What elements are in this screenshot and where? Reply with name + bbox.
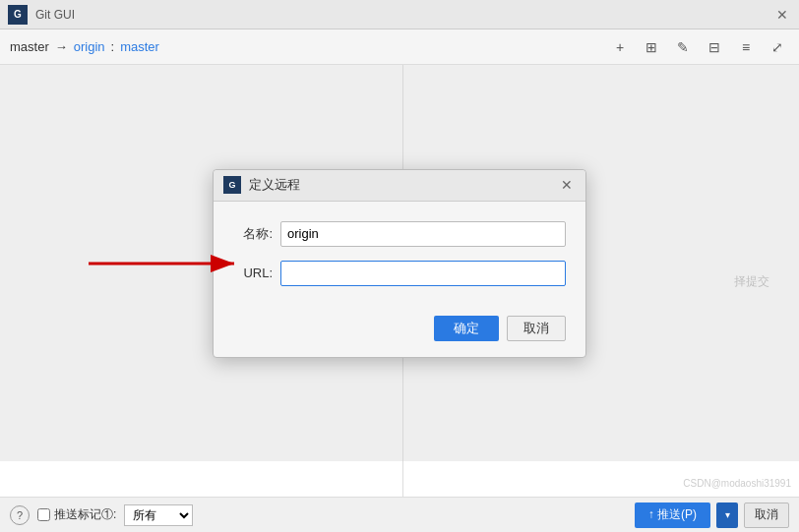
status-bar: ? 推送标记①: 所有 ↑ 推送(P) ▾ 取消	[0, 497, 799, 532]
push-button[interactable]: ↑ 推送(P)	[635, 502, 710, 528]
push-tags-label: 推送标记①:	[37, 506, 116, 523]
breadcrumb: master → origin : master	[10, 39, 159, 54]
dialog-footer: 确定 取消	[214, 316, 585, 357]
push-tags-checkbox[interactable]	[37, 508, 50, 521]
toolbar-actions: + ⊞ ✎ ⊟ ≡ ⤢	[608, 35, 789, 59]
breadcrumb-arrow: →	[55, 39, 68, 54]
dialog-title: 定义远程	[249, 176, 558, 194]
title-bar: G Git GUI ✕	[0, 0, 799, 30]
window-close-button[interactable]: ✕	[773, 6, 791, 24]
name-input[interactable]	[280, 221, 566, 247]
url-label: URL:	[233, 266, 273, 280]
dialog-logo: G	[223, 176, 241, 194]
status-bar-left: ? 推送标记①: 所有	[10, 504, 193, 526]
url-field-row: URL:	[233, 261, 566, 286]
name-label: 名称:	[233, 225, 273, 243]
app-logo: G	[8, 5, 28, 25]
confirm-button[interactable]: 确定	[434, 316, 499, 341]
grid-icon-btn[interactable]: ⊞	[640, 35, 663, 59]
define-remote-dialog: G 定义远程 ✕ 名称: URL: 确定 取消	[213, 169, 586, 358]
watermark: CSDN@modaoshi31991	[683, 478, 791, 489]
dialog-body: 名称: URL:	[214, 202, 585, 316]
url-input[interactable]	[280, 261, 566, 286]
push-tags-select[interactable]: 所有	[124, 504, 193, 526]
toolbar: master → origin : master + ⊞ ✎ ⊟ ≡ ⤢	[0, 30, 799, 65]
menu-icon-btn[interactable]: ≡	[734, 35, 758, 59]
push-tags-text: 推送标记①:	[54, 506, 116, 523]
dialog-overlay: G 定义远程 ✕ 名称: URL: 确定 取消	[0, 65, 799, 461]
app-title: Git GUI	[35, 8, 75, 22]
name-field-row: 名称:	[233, 221, 566, 247]
save-icon-btn[interactable]: ⊟	[703, 35, 726, 59]
expand-icon-btn[interactable]: ⤢	[766, 35, 789, 59]
push-dropdown-button[interactable]: ▾	[716, 502, 738, 528]
breadcrumb-colon: :	[111, 39, 115, 54]
breadcrumb-origin-link[interactable]: origin	[74, 39, 105, 54]
main-area: 择提交 G 定义远程 ✕ 名称:	[0, 65, 799, 497]
add-icon-btn[interactable]: +	[608, 35, 632, 59]
breadcrumb-master: master	[10, 39, 49, 54]
dialog-titlebar: G 定义远程 ✕	[214, 170, 585, 202]
edit-icon-btn[interactable]: ✎	[671, 35, 695, 59]
status-bar-right: ↑ 推送(P) ▾ 取消	[635, 502, 789, 528]
help-button[interactable]: ?	[10, 505, 30, 525]
dialog-close-button[interactable]: ✕	[558, 176, 576, 194]
bottom-cancel-button[interactable]: 取消	[744, 502, 789, 528]
cancel-button[interactable]: 取消	[507, 316, 566, 341]
breadcrumb-master-link[interactable]: master	[120, 39, 159, 54]
